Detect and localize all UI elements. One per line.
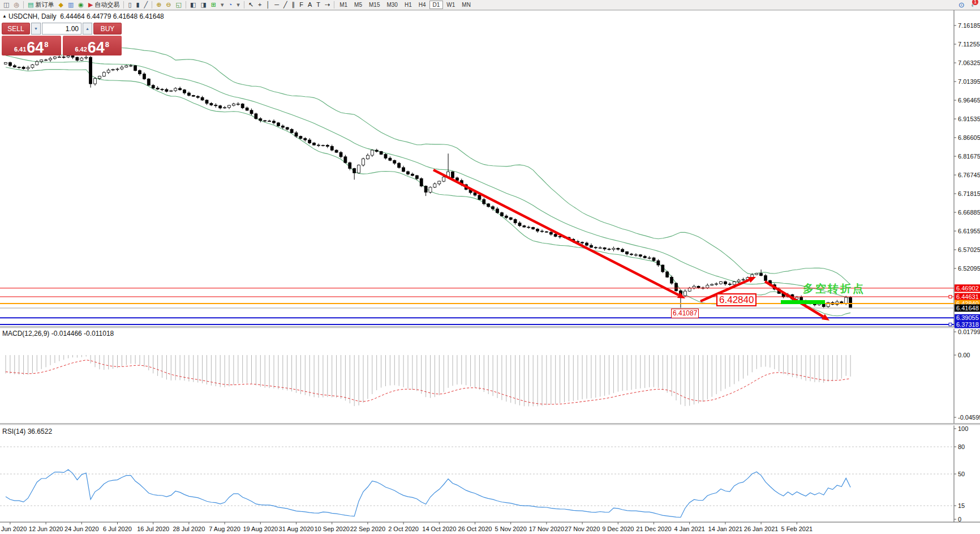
timeframe-mn-button[interactable]: MN bbox=[458, 1, 474, 9]
sep5 bbox=[244, 1, 244, 8]
buy-price-big: 64 bbox=[88, 41, 105, 54]
svg-text:21 Dec 2020: 21 Dec 2020 bbox=[636, 526, 671, 532]
timeframe-h1-button[interactable]: H1 bbox=[401, 1, 415, 9]
swing-low-price-label[interactable]: 6.41087 bbox=[671, 309, 699, 318]
horizontal-line-icon: ─ bbox=[274, 2, 279, 8]
styles-icon[interactable]: ◆ bbox=[56, 1, 65, 10]
text-icon[interactable]: A bbox=[306, 1, 314, 10]
channel-icon: ∥ bbox=[292, 2, 295, 8]
rsi-indicator-label: RSI(14) 36.6522 bbox=[2, 428, 52, 435]
svg-text:15: 15 bbox=[958, 502, 965, 509]
key-level-price-label[interactable]: 6.42840 bbox=[716, 293, 757, 306]
svg-text:6.46902: 6.46902 bbox=[956, 285, 979, 292]
trendline-icon[interactable]: ╱ bbox=[281, 1, 290, 10]
svg-text:17 Nov 2020: 17 Nov 2020 bbox=[529, 526, 564, 532]
signal-icon: ◉ bbox=[78, 2, 84, 8]
timeframe-d1-button[interactable]: D1 bbox=[429, 1, 444, 9]
tile-windows-icon[interactable]: ◱ bbox=[174, 1, 184, 10]
timeframe-h4-button[interactable]: H4 bbox=[415, 1, 429, 9]
green-highlight-bar[interactable] bbox=[781, 300, 825, 304]
svg-text:6.91535: 6.91535 bbox=[958, 116, 980, 122]
chart-shift-icon[interactable]: ◨ bbox=[198, 1, 208, 10]
periods-icon: ◔ bbox=[229, 2, 233, 8]
svg-text:7.06325: 7.06325 bbox=[958, 59, 980, 66]
autoscroll-icon[interactable]: ◧ bbox=[188, 1, 198, 10]
indicators-add-icon[interactable]: ⊞ bbox=[209, 1, 218, 10]
svg-text:28 Jul 2020: 28 Jul 2020 bbox=[173, 526, 205, 532]
shapes-dropdown-icon[interactable]: ⇢ bbox=[323, 1, 332, 10]
svg-text:10 Sep 2020: 10 Sep 2020 bbox=[315, 526, 350, 532]
candles-chart-icon: ▮ bbox=[136, 2, 139, 8]
svg-text:22 Sep 2020: 22 Sep 2020 bbox=[350, 526, 385, 532]
turning-point-annotation[interactable]: 多空转折点 bbox=[803, 281, 865, 296]
line-chart-icon[interactable]: ╱ bbox=[142, 1, 151, 10]
svg-text:5 Nov 2020: 5 Nov 2020 bbox=[495, 526, 527, 532]
svg-text:26 Oct 2020: 26 Oct 2020 bbox=[458, 526, 492, 532]
horizontal-line-icon[interactable]: ─ bbox=[272, 1, 281, 10]
new-order-button: ▤ bbox=[28, 2, 33, 8]
notification-badge: 1 bbox=[972, 0, 978, 5]
buy-price-pip: 8 bbox=[105, 40, 109, 49]
zoom-window-icon: ◎ bbox=[14, 2, 19, 8]
timeframe-m1-button[interactable]: M1 bbox=[336, 1, 351, 9]
svg-text:27 Nov 2020: 27 Nov 2020 bbox=[565, 526, 600, 532]
cursor-icon[interactable]: ↖ bbox=[246, 1, 256, 10]
autotrade-button-label: 自动交易 bbox=[94, 1, 119, 9]
zoom-window-icon[interactable]: ◎ bbox=[11, 1, 22, 10]
timeframe-m5-button[interactable]: M5 bbox=[351, 1, 366, 9]
svg-text:-0.045957: -0.045957 bbox=[958, 414, 980, 421]
timeframe-m15-button[interactable]: M15 bbox=[366, 1, 383, 9]
styles-icon: ◆ bbox=[58, 2, 63, 8]
label-icon: T bbox=[316, 2, 320, 8]
indicators-dropdown-icon[interactable]: ▾ bbox=[218, 1, 226, 10]
zoom-in-icon[interactable]: ⊕ bbox=[154, 1, 164, 10]
indicators-add-icon: ⊞ bbox=[211, 2, 216, 8]
svg-text:6.96465: 6.96465 bbox=[958, 97, 980, 104]
sep4 bbox=[186, 1, 186, 8]
timeframe-w1-button[interactable]: W1 bbox=[443, 1, 458, 9]
autotrade-button[interactable]: ▶自动交易 bbox=[86, 1, 122, 10]
timeframe-m30-button[interactable]: M30 bbox=[383, 1, 401, 9]
text-icon: A bbox=[308, 2, 312, 8]
sell-price-display[interactable]: 6.41 64 8 bbox=[2, 36, 61, 55]
macd-indicator-label: MACD(12,26,9) -0.014466 -0.011018 bbox=[2, 330, 114, 338]
periods-icon[interactable]: ◔ bbox=[226, 1, 235, 10]
indicators-dropdown-icon: ▾ bbox=[221, 2, 224, 8]
buy-button[interactable]: BUY bbox=[93, 23, 122, 35]
chart-plot[interactable]: 7.161857.112557.063257.013956.964656.915… bbox=[0, 0, 980, 534]
window-icon[interactable]: ◫ bbox=[1, 1, 11, 10]
sell-price-big: 64 bbox=[27, 41, 44, 54]
volume-input[interactable] bbox=[42, 23, 81, 35]
new-order-button[interactable]: ▤新订单 bbox=[25, 1, 56, 10]
cursor-icon: ↖ bbox=[248, 2, 253, 8]
label-icon[interactable]: T bbox=[314, 1, 323, 10]
vertical-line-icon[interactable]: │ bbox=[264, 1, 272, 10]
toolbar: ◫◎▤新订单◆▥◉▶自动交易▯▮╱⊕⊖◱◧◨⊞▾◔▾↖+│─╱∥FAT⇢M1M5… bbox=[0, 0, 980, 10]
svg-text:9 Dec 2020: 9 Dec 2020 bbox=[602, 526, 634, 532]
volume-increase-button[interactable]: ▲ bbox=[83, 23, 92, 35]
crosshair-icon[interactable]: + bbox=[256, 1, 264, 10]
one-click-trading-panel: SELL ▼ ▲ BUY 6.41 64 8 6.42 64 8 bbox=[2, 23, 122, 55]
notification-icon[interactable]: ◖1 bbox=[970, 1, 974, 9]
svg-text:Jun 2020: Jun 2020 bbox=[1, 526, 27, 532]
sell-button[interactable]: SELL bbox=[2, 23, 30, 35]
channel-icon[interactable]: ∥ bbox=[290, 1, 298, 10]
search-icon[interactable]: ⊙ bbox=[958, 1, 965, 9]
symbol-period-label: USDCNH, Daily bbox=[8, 12, 57, 20]
mt5-window: 7.161857.112557.063257.013956.964656.915… bbox=[0, 0, 980, 534]
candles-chart-icon[interactable]: ▮ bbox=[134, 1, 141, 10]
periods-dropdown-icon[interactable]: ▾ bbox=[234, 1, 242, 10]
crosshair-icon: + bbox=[258, 2, 261, 8]
svg-text:6.44631: 6.44631 bbox=[956, 293, 979, 300]
volume-decrease-button[interactable]: ▼ bbox=[31, 23, 41, 35]
svg-text:6.86605: 6.86605 bbox=[958, 134, 980, 141]
charts-manager-icon[interactable]: ▥ bbox=[66, 1, 76, 10]
one-click-toggle-icon[interactable]: ▲ bbox=[2, 14, 7, 19]
ohlc-values: 6.44464 6.44779 6.41648 6.41648 bbox=[60, 12, 164, 20]
buy-price-display[interactable]: 6.42 64 8 bbox=[63, 36, 122, 55]
signal-icon[interactable]: ◉ bbox=[76, 1, 86, 10]
bars-chart-icon[interactable]: ▯ bbox=[126, 1, 134, 10]
zoom-in-icon: ⊕ bbox=[156, 2, 161, 8]
fibonacci-icon[interactable]: F bbox=[297, 1, 306, 10]
zoom-out-icon[interactable]: ⊖ bbox=[164, 1, 173, 10]
